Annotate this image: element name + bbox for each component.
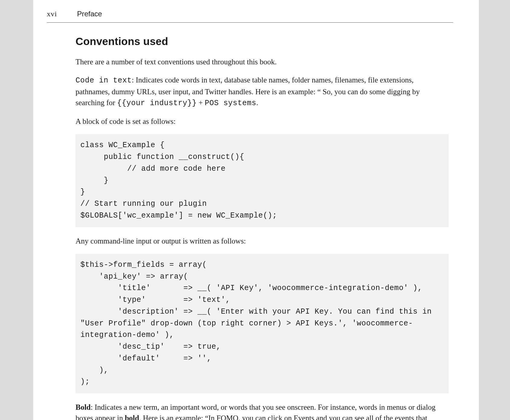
- inline-code-industry: {{your industry}}: [117, 99, 197, 108]
- block-intro: A block of code is set as follows:: [76, 116, 449, 127]
- heading-conventions: Conventions used: [76, 35, 449, 47]
- bold-label: Bold: [76, 403, 91, 411]
- code-block-2: $this->form_fields = array( 'api_key' =>…: [76, 254, 449, 393]
- page-number: xvi: [47, 10, 77, 18]
- section-label: Preface: [77, 10, 102, 18]
- code-in-text-paragraph: Code in text: Indicates code words in te…: [76, 75, 449, 109]
- code-in-text-desc-after: .: [256, 99, 258, 107]
- bold-word: bold: [125, 414, 139, 420]
- content: Conventions used There are a number of t…: [33, 23, 479, 420]
- intro-paragraph: There are a number of text conventions u…: [76, 57, 449, 67]
- page: xvi Preface Conventions used There are a…: [33, 0, 479, 420]
- cli-intro: Any command-line input or output is writ…: [76, 236, 449, 247]
- plus-text: +: [197, 99, 205, 107]
- code-block-1: class WC_Example { public function __con…: [76, 134, 449, 227]
- inline-code-pos: POS systems: [205, 99, 257, 108]
- bold-paragraph: Bold: Indicates a new term, an important…: [76, 402, 449, 420]
- code-in-text-label: Code in text: [76, 76, 132, 85]
- running-header: xvi Preface: [47, 0, 453, 23]
